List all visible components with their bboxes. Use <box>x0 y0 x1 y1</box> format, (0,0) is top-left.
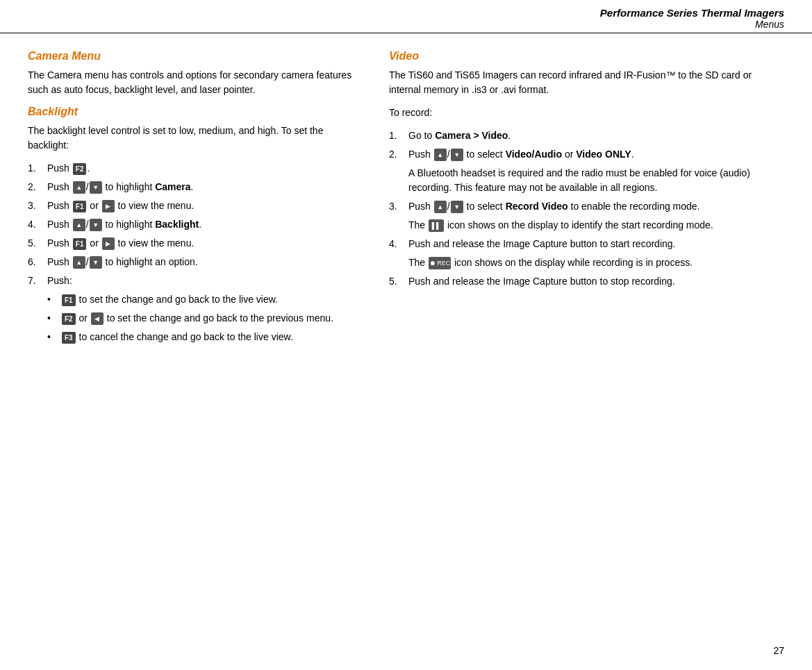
arrow-down-icon: ▼ <box>90 256 102 269</box>
bullet-symbol: • <box>47 330 61 344</box>
step-5: 5. Push F1 or ▶ to view the menu. <box>28 236 361 251</box>
step-content: Push ▲/▼ to select Video/Audio or Video … <box>408 147 778 195</box>
arrow-down-icon: ▼ <box>451 201 463 213</box>
bullet-1: • F1 to set the change and go back to th… <box>47 292 361 307</box>
arrow-up-icon: ▲ <box>73 219 85 231</box>
header-title: Performance Series Thermal Imagers <box>28 7 784 19</box>
step-num: 4. <box>389 237 408 270</box>
f1-badge: F1 <box>73 201 87 212</box>
video-title: Video <box>389 50 778 62</box>
f2-badge: F2 <box>62 313 76 325</box>
bullet-content: F1 to set the change and go back to the … <box>61 292 278 307</box>
f1-badge: F1 <box>62 294 76 306</box>
step-num: 3. <box>389 199 408 233</box>
bullet-2: • F2 or ◀ to set the change and go back … <box>47 311 361 326</box>
arrow-down-icon: ▼ <box>90 219 102 231</box>
arrow-right-icon: ▶ <box>102 237 115 250</box>
f2-badge: F2 <box>73 163 87 175</box>
vstep-5: 5. Push and release the Image Capture bu… <box>389 274 778 289</box>
page-header: Performance Series Thermal Imagers Menus <box>0 0 812 33</box>
step-3: 3. Push F1 or ▶ to view the menu. <box>28 199 361 213</box>
step-num: 2. <box>28 180 47 194</box>
vstep-1: 1. Go to Camera > Video. <box>389 128 778 143</box>
step-num: 3. <box>28 199 47 213</box>
vstep-2: 2. Push ▲/▼ to select Video/Audio or Vid… <box>389 147 778 195</box>
step-content: Push ▲/▼ to highlight Backlight. <box>47 217 361 232</box>
step-content: Push: • F1 to set the change and go back… <box>47 274 361 349</box>
left-column: Camera Menu The Camera menu has controls… <box>28 50 361 357</box>
step-content: Push and release the Image Capture butto… <box>408 274 778 289</box>
arrow-up-icon: ▲ <box>434 149 447 161</box>
step-7: 7. Push: • F1 to set the change and go b… <box>28 274 361 349</box>
vstep-2-extra: A Bluetooth headset is required and the … <box>408 166 778 195</box>
f3-badge: F3 <box>62 332 76 344</box>
video-steps: 1. Go to Camera > Video. 2. Push ▲/▼ to … <box>389 128 778 289</box>
step-num: 4. <box>28 217 47 232</box>
bullet-content: F2 or ◀ to set the change and go back to… <box>61 311 333 326</box>
step-num: 1. <box>389 128 408 143</box>
rec-icon: ⏺ REC <box>429 257 451 269</box>
arrow-down-icon: ▼ <box>90 181 102 194</box>
pause-icon: ▌▌ <box>429 219 444 232</box>
step-1: 1. Push F2. <box>28 161 361 176</box>
step-num: 1. <box>28 161 47 176</box>
bullet-3: • F3 to cancel the change and go back to… <box>47 330 361 344</box>
bullet-symbol: • <box>47 292 61 307</box>
step-content: Push ▲/▼ to select Record Video to enabl… <box>408 199 778 233</box>
main-content: Camera Menu The Camera menu has controls… <box>0 33 812 385</box>
step-content: Push F1 or ▶ to view the menu. <box>47 236 361 251</box>
header-subtitle: Menus <box>28 19 784 30</box>
video-body1: The TiS60 and TiS65 Imagers can record i… <box>389 68 778 97</box>
backlight-body: The backlight level control is set to lo… <box>28 124 361 153</box>
page-number: 27 <box>773 645 784 656</box>
vstep-4: 4. Push and release the Image Capture bu… <box>389 237 778 270</box>
step-num: 7. <box>28 274 47 349</box>
step-6: 6. Push ▲/▼ to highlight an option. <box>28 255 361 269</box>
step-4: 4. Push ▲/▼ to highlight Backlight. <box>28 217 361 232</box>
arrow-left-icon: ◀ <box>91 312 103 325</box>
bullet-symbol: • <box>47 311 61 326</box>
step-content: Push and release the Image Capture butto… <box>408 237 778 270</box>
camera-menu-title: Camera Menu <box>28 50 361 62</box>
camera-menu-body: The Camera menu has controls and options… <box>28 68 361 97</box>
step-2: 2. Push ▲/▼ to highlight Camera. <box>28 180 361 194</box>
right-column: Video The TiS60 and TiS65 Imagers can re… <box>389 50 778 357</box>
step-content: Go to Camera > Video. <box>408 128 778 143</box>
arrow-up-icon: ▲ <box>434 201 447 213</box>
backlight-title: Backlight <box>28 106 361 118</box>
arrow-down-icon: ▼ <box>451 149 463 161</box>
step-num: 5. <box>28 236 47 251</box>
f1-badge: F1 <box>73 238 87 250</box>
step-content: Push ▲/▼ to highlight Camera. <box>47 180 361 194</box>
step-num: 2. <box>389 147 408 195</box>
push-bullets: • F1 to set the change and go back to th… <box>47 292 361 344</box>
step-content: Push ▲/▼ to highlight an option. <box>47 255 361 269</box>
bullet-content: F3 to cancel the change and go back to t… <box>61 330 293 344</box>
arrow-up-icon: ▲ <box>73 181 85 194</box>
step-num: 5. <box>389 274 408 289</box>
arrow-right-icon: ▶ <box>102 200 115 212</box>
arrow-up-icon: ▲ <box>73 256 85 269</box>
vstep-3: 3. Push ▲/▼ to select Record Video to en… <box>389 199 778 233</box>
video-body2: To record: <box>389 106 778 120</box>
vstep-4-extra: The ⏺ REC icon shows on the display whil… <box>408 256 778 270</box>
step-content: Push F1 or ▶ to view the menu. <box>47 199 361 213</box>
step-num: 6. <box>28 255 47 269</box>
step-content: Push F2. <box>47 161 361 176</box>
backlight-steps: 1. Push F2. 2. Push ▲/▼ to highlight Cam… <box>28 161 361 349</box>
vstep-3-extra: The ▌▌ icon shows on the display to iden… <box>408 218 778 233</box>
